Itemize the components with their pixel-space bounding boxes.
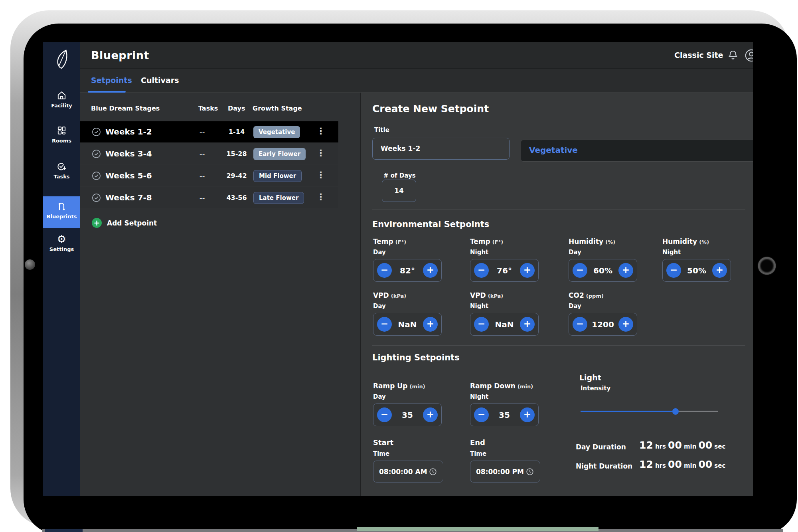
sidebar-item-settings[interactable]: ⚙ Settings [43,234,80,252]
stepper-period: Day [569,303,648,310]
minus-icon[interactable]: − [573,317,587,332]
row-menu-kebab-icon[interactable]: ⋮ [316,148,325,158]
duration-hours-unit: hrs [655,443,666,450]
stepper-value: NaN [495,320,514,329]
night-duration-value: 12 hrs 00 min 00 sec [639,459,725,470]
minus-icon[interactable]: − [377,317,392,332]
plus-icon[interactable]: + [618,317,633,332]
user-avatar-icon[interactable] [745,49,753,62]
plus-icon[interactable]: + [520,317,535,332]
table-row[interactable]: Weeks 7-8 -- 43-56 Late Flower ⋮ [80,187,338,208]
plus-icon[interactable]: + [618,263,633,278]
time-label: Time [373,450,443,457]
stepper-unit: (%) [699,239,709,245]
stepper-value: 35 [402,410,413,420]
page-below-strip [42,529,783,532]
table-row[interactable]: Weeks 1-2 -- 1-14 Vegetative ⋮ [80,121,338,142]
minus-icon[interactable]: − [573,263,587,278]
plus-icon[interactable]: + [423,407,438,422]
row-menu-kebab-icon[interactable]: ⋮ [316,126,325,136]
stepper-group-co2-day: CO2 (ppm) Day − 1200 + [569,291,648,336]
plus-icon[interactable]: + [712,263,727,278]
plus-icon[interactable]: + [520,263,535,278]
stepper-name: Temp [373,237,393,245]
tablet-home-button[interactable] [758,257,776,275]
stepper-control: − NaN + [373,313,442,336]
growth-stage-select[interactable]: Vegetative [521,140,753,162]
stepper-period: Day [373,249,453,256]
table-row[interactable]: Weeks 5-6 -- 29-42 Mid Flower ⋮ [80,165,338,186]
column-header-days: Days [228,105,245,112]
sidebar-item-blueprints[interactable]: Blueprints [43,196,80,228]
add-setpoint-button[interactable]: + Add Setpoint [92,218,157,228]
stage-tasks: -- [200,194,205,202]
stepper-control: − 35 + [470,403,539,426]
stepper-control: − 35 + [373,403,442,426]
stepper-name: Ramp Up [373,382,407,390]
stepper-value: 1200 [592,320,614,329]
tab-setpoints[interactable]: Setpoints [91,76,132,85]
start-time-input[interactable]: 08:00:00 AM [373,461,443,483]
stage-days: 43-56 [225,194,249,202]
minus-icon[interactable]: − [474,407,489,422]
stage-days: 1-14 [225,128,249,136]
sidebar-item-facility[interactable]: Facility [43,90,80,109]
stepper-control: − 1200 + [569,313,637,336]
stepper-value: 50% [687,266,706,275]
stepper-group-temp-day: Temp (F°) Day − 82° + [373,237,453,282]
stepper-unit: (min) [409,384,425,390]
stepper-control: − 76° + [470,259,539,282]
duration-hours-unit: hrs [655,462,666,469]
check-circle-icon[interactable] [92,149,101,158]
environmental-setpoints-heading: Environmental Setpoints [372,220,489,229]
stage-table-panel: Blue Dream Stages Tasks Days Growth Stag… [80,93,361,496]
row-menu-kebab-icon[interactable]: ⋮ [316,170,325,180]
slider-thumb[interactable] [672,408,679,415]
start-time-value: 08:00:00 AM [379,468,427,476]
minus-icon[interactable]: − [474,263,489,278]
days-input[interactable]: 14 [382,180,416,202]
growth-stage-badge: Early Flower [253,148,306,160]
check-circle-icon[interactable] [92,171,101,180]
minus-icon[interactable]: − [377,407,392,422]
check-circle-icon[interactable] [92,193,101,202]
end-time-value: 08:00:00 PM [476,468,524,476]
plus-icon[interactable]: + [520,407,535,422]
column-header-stages: Blue Dream Stages [91,105,160,112]
duration-min-unit: min [684,443,696,450]
growth-stage-select-value: Vegetative [529,145,578,155]
sidebar-item-label: Settings [43,246,80,252]
stepper-group-humidity-day: Humidity (%) Day − 60% + [569,237,648,282]
plus-icon[interactable]: + [423,317,438,332]
minus-icon[interactable]: − [377,263,392,278]
growth-stage-badge: Vegetative [253,126,300,138]
plus-icon[interactable]: + [423,263,438,278]
notifications-bell-icon[interactable] [727,49,739,61]
minus-icon[interactable]: − [666,263,681,278]
title-input[interactable]: Weeks 1-2 [372,138,510,160]
duration-min: 00 [668,459,682,470]
start-label: Start [373,438,393,447]
stepper-unit: (F°) [395,239,406,245]
divider [372,345,745,346]
sidebar-item-rooms[interactable]: Rooms [43,125,80,144]
stepper-period: Night [470,393,550,400]
stepper-period: Day [373,303,453,310]
table-row[interactable]: Weeks 3-4 -- 15-28 Early Flower ⋮ [80,143,338,164]
row-menu-kebab-icon[interactable]: ⋮ [316,192,325,202]
stepper-name: VPD [470,291,486,299]
add-plus-icon: + [92,218,102,228]
classic-site-link[interactable]: Classic Site [674,51,723,59]
end-time-input[interactable]: 08:00:00 PM [470,461,540,483]
light-intensity-slider[interactable] [581,408,718,415]
sidebar-item-tasks[interactable]: Tasks [43,161,80,180]
stepper-name: Ramp Down [470,382,516,390]
minus-icon[interactable]: − [474,317,489,332]
stepper-control: − NaN + [470,313,539,336]
stage-tasks: -- [200,129,205,136]
slider-fill [581,411,676,412]
check-circle-icon[interactable] [92,127,101,136]
duration-sec-unit: sec [714,462,725,469]
stepper-unit: (ppm) [586,293,604,299]
tab-cultivars[interactable]: Cultivars [141,76,179,85]
